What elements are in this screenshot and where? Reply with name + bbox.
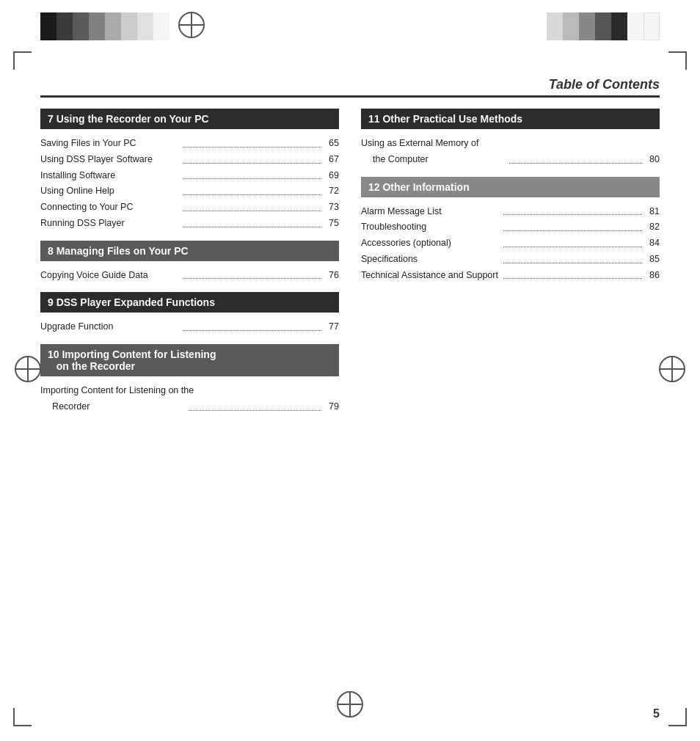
title-rule xyxy=(40,95,660,98)
toc-entry-saving-files: Saving Files in Your PC 65 xyxy=(40,136,339,150)
toc-dots xyxy=(183,136,322,147)
toc-text: Troubleshooting xyxy=(361,220,500,234)
toc-page: 67 xyxy=(324,153,339,167)
crosshair-bottom xyxy=(337,691,363,720)
toc-dots xyxy=(503,236,643,247)
crosshair-left xyxy=(15,356,41,385)
toc-dots xyxy=(189,400,322,411)
toc-page: 85 xyxy=(645,252,660,266)
section-9-header: 9 DSS Player Expanded Functions xyxy=(40,292,339,313)
toc-dots xyxy=(183,184,322,195)
toc-entry-copying: Copying Voice Guide Data 76 xyxy=(40,269,339,282)
toc-dots xyxy=(183,200,322,211)
toc-page: 72 xyxy=(324,184,339,198)
toc-page: 81 xyxy=(645,205,660,219)
section-12: 12 Other Information Alarm Message List … xyxy=(361,177,660,282)
color-blocks-left xyxy=(40,12,169,40)
page-title-area: Table of Contents xyxy=(0,77,700,92)
toc-page: 75 xyxy=(324,216,339,230)
section-11: 11 Other Practical Use Methods Using as … xyxy=(361,109,660,167)
crosshair-top xyxy=(178,12,205,41)
toc-dots xyxy=(503,220,643,231)
toc-text: Upgrade Function xyxy=(40,320,180,334)
toc-text: the Computer xyxy=(373,153,506,167)
toc-page: 84 xyxy=(645,236,660,250)
toc-entry-upgrade: Upgrade Function 77 xyxy=(40,320,339,334)
toc-entry-importing-line1: Importing Content for Listening on the xyxy=(40,384,339,398)
toc-text: Alarm Message List xyxy=(361,205,500,219)
toc-text: Using as External Memory of xyxy=(361,136,660,150)
corner-top-left xyxy=(13,51,32,70)
toc-text: Technical Assistance and Support xyxy=(361,269,500,282)
top-bar xyxy=(0,0,700,44)
toc-text: Running DSS Player xyxy=(40,216,180,230)
toc-entry-technical: Technical Assistance and Support 86 xyxy=(361,269,660,282)
toc-dots xyxy=(509,153,643,164)
toc-entry-running-dss: Running DSS Player 75 xyxy=(40,216,339,230)
section-7-header: 7 Using the Recorder on Your PC xyxy=(40,109,339,129)
toc-text: Copying Voice Guide Data xyxy=(40,269,180,282)
toc-entry-connecting: Connecting to Your PC 73 xyxy=(40,200,339,214)
toc-text: Installing Software xyxy=(40,169,180,183)
toc-text: Accessories (optional) xyxy=(361,236,500,250)
toc-entry-external-memory-line2: the Computer 80 xyxy=(361,153,660,167)
toc-page: 73 xyxy=(324,200,339,214)
toc-page: 80 xyxy=(645,153,660,167)
section-10-header: 10 Importing Content for Listening on th… xyxy=(40,344,339,376)
toc-page: 76 xyxy=(324,269,339,282)
toc-entry-accessories: Accessories (optional) 84 xyxy=(361,236,660,250)
section-8: 8 Managing Files on Your PC Copying Voic… xyxy=(40,241,339,282)
color-blocks-right xyxy=(547,12,660,40)
toc-entry-dss-player: Using DSS Player Software 67 xyxy=(40,153,339,167)
corner-bottom-right xyxy=(668,708,687,726)
toc-text: Using DSS Player Software xyxy=(40,153,180,167)
toc-entry-troubleshooting: Troubleshooting 82 xyxy=(361,220,660,234)
toc-page: 77 xyxy=(324,320,339,334)
corner-bottom-left xyxy=(13,708,32,726)
section-11-header: 11 Other Practical Use Methods xyxy=(361,109,660,129)
toc-text: Using Online Help xyxy=(40,184,180,198)
toc-entry-specifications: Specifications 85 xyxy=(361,252,660,266)
toc-entry-installing: Installing Software 69 xyxy=(40,169,339,183)
section-8-header: 8 Managing Files on Your PC xyxy=(40,241,339,261)
main-content: 7 Using the Recorder on Your PC Saving F… xyxy=(40,109,660,697)
toc-page: 79 xyxy=(324,400,339,414)
left-column: 7 Using the Recorder on Your PC Saving F… xyxy=(40,109,339,697)
toc-dots xyxy=(503,252,643,263)
toc-entry-online-help: Using Online Help 72 xyxy=(40,184,339,198)
toc-entry-external-memory-line1: Using as External Memory of xyxy=(361,136,660,150)
toc-dots xyxy=(183,216,322,227)
toc-text: Specifications xyxy=(361,252,500,266)
page-title: Table of Contents xyxy=(549,77,660,92)
toc-page: 65 xyxy=(324,136,339,150)
toc-text: Connecting to Your PC xyxy=(40,200,180,214)
section-7: 7 Using the Recorder on Your PC Saving F… xyxy=(40,109,339,230)
corner-top-right xyxy=(668,51,687,70)
toc-dots xyxy=(503,205,643,216)
toc-text: Saving Files in Your PC xyxy=(40,136,180,150)
toc-page: 82 xyxy=(645,220,660,234)
toc-page: 86 xyxy=(645,269,660,282)
right-column: 11 Other Practical Use Methods Using as … xyxy=(361,109,660,697)
section-9: 9 DSS Player Expanded Functions Upgrade … xyxy=(40,292,339,334)
toc-entry-importing-line2: Recorder 79 xyxy=(40,400,339,414)
toc-page: 69 xyxy=(324,169,339,183)
toc-text: Recorder xyxy=(52,400,186,414)
page-number: 5 xyxy=(653,707,660,720)
toc-text: Importing Content for Listening on the xyxy=(40,384,339,398)
toc-dots xyxy=(183,320,322,331)
toc-entry-alarm: Alarm Message List 81 xyxy=(361,205,660,219)
toc-dots xyxy=(183,169,322,180)
crosshair-right xyxy=(659,356,685,385)
toc-dots xyxy=(183,153,322,164)
section-10: 10 Importing Content for Listening on th… xyxy=(40,344,339,414)
section-12-header: 12 Other Information xyxy=(361,177,660,197)
toc-dots xyxy=(183,269,322,280)
